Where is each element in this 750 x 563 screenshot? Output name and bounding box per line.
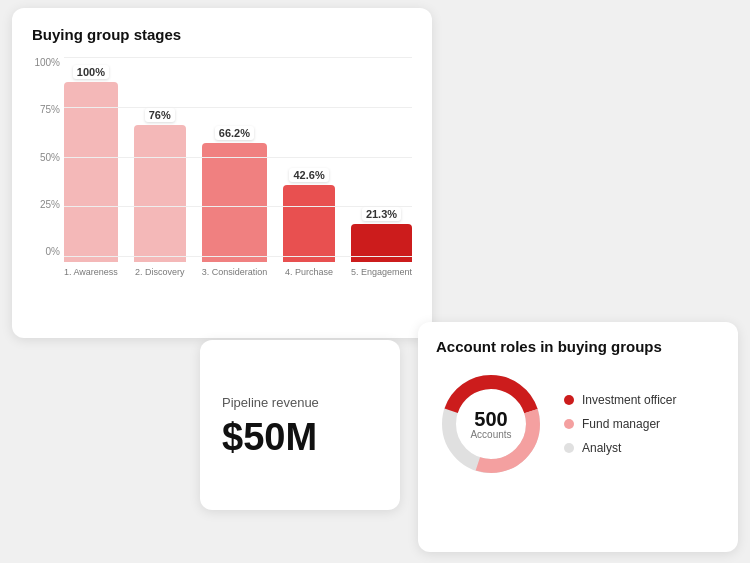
bar-x-label: 5. Engagement: [351, 267, 412, 277]
donut-number: 500: [470, 409, 511, 429]
bar-group: 21.3%5. Engagement: [351, 207, 412, 277]
bars-container: 100%1. Awareness76%2. Discovery66.2%3. C…: [64, 57, 412, 277]
bar: [134, 125, 186, 262]
bar-group: 76%2. Discovery: [134, 108, 186, 277]
bar-value-label: 66.2%: [215, 126, 254, 140]
bar-group: 42.6%4. Purchase: [283, 168, 335, 277]
bar: [64, 82, 118, 262]
y-axis-label: 75%: [32, 104, 60, 115]
legend-label: Analyst: [582, 441, 621, 455]
y-axis-label: 50%: [32, 152, 60, 163]
legend-item: Fund manager: [564, 417, 677, 431]
stages-title: Buying group stages: [32, 26, 412, 43]
legend: Investment officerFund managerAnalyst: [564, 393, 677, 455]
bar: [351, 224, 412, 262]
donut-sub: Accounts: [470, 429, 511, 440]
legend-item: Analyst: [564, 441, 677, 455]
bar-x-label: 3. Consideration: [202, 267, 268, 277]
donut-center: 500 Accounts: [470, 409, 511, 440]
pipeline-value: $50M: [222, 418, 378, 456]
legend-dot: [564, 395, 574, 405]
legend-dot: [564, 419, 574, 429]
donut-chart: 500 Accounts: [436, 369, 546, 479]
pipeline-card: Pipeline revenue $50M: [200, 340, 400, 510]
y-axis-label: 0%: [32, 246, 60, 257]
bar-value-label: 21.3%: [362, 207, 401, 221]
bar-x-label: 2. Discovery: [135, 267, 185, 277]
y-axis-label: 25%: [32, 199, 60, 210]
bar-x-label: 4. Purchase: [285, 267, 333, 277]
legend-item: Investment officer: [564, 393, 677, 407]
roles-content: 500 Accounts Investment officerFund mana…: [436, 369, 720, 479]
bar-x-label: 1. Awareness: [64, 267, 118, 277]
bar: [202, 143, 268, 262]
y-axis: 0%25%50%75%100%: [32, 57, 60, 277]
bar-chart: 0%25%50%75%100% 100%1. Awareness76%2. Di…: [32, 57, 412, 277]
legend-dot: [564, 443, 574, 453]
bar-value-label: 76%: [145, 108, 175, 122]
bar: [283, 185, 335, 262]
legend-label: Fund manager: [582, 417, 660, 431]
bar-value-label: 100%: [73, 65, 109, 79]
bar-group: 100%1. Awareness: [64, 65, 118, 277]
roles-card: Account roles in buying groups 500 Accou…: [418, 322, 738, 552]
bar-group: 66.2%3. Consideration: [202, 126, 268, 277]
bar-value-label: 42.6%: [289, 168, 328, 182]
pipeline-label: Pipeline revenue: [222, 395, 378, 410]
legend-label: Investment officer: [582, 393, 677, 407]
stages-card: Buying group stages 0%25%50%75%100% 100%…: [12, 8, 432, 338]
roles-title: Account roles in buying groups: [436, 338, 720, 355]
y-axis-label: 100%: [32, 57, 60, 68]
